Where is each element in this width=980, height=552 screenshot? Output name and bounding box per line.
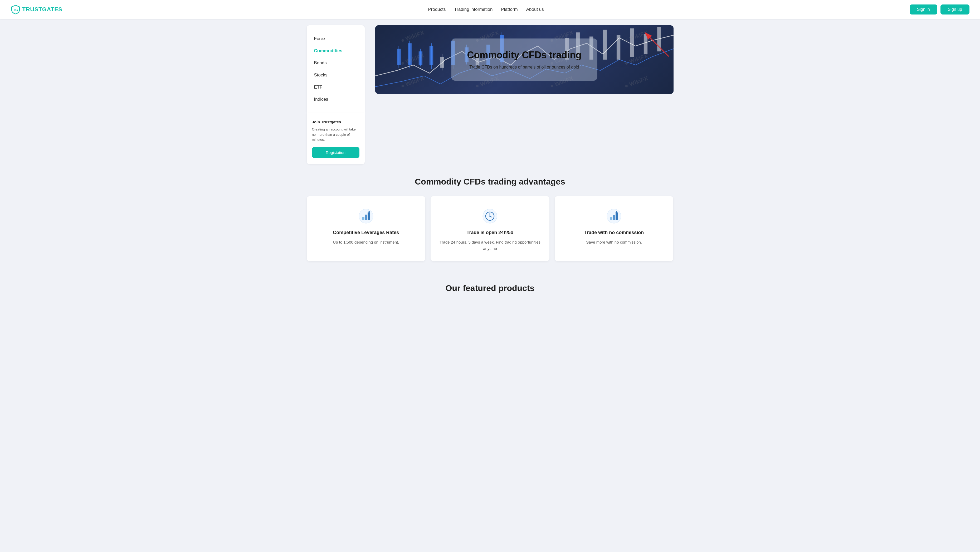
hero-subtitle: Trade CFDs on hundreds of barrels of oil… bbox=[467, 65, 581, 70]
svg-rect-42 bbox=[610, 217, 612, 220]
header-buttons: Sign in Sign up bbox=[910, 5, 969, 14]
advantage-leverage-title: Competitive Leverages Rates bbox=[315, 230, 417, 235]
sidebar-item-commodities[interactable]: Commodities bbox=[307, 45, 365, 57]
svg-rect-27 bbox=[657, 27, 661, 52]
logo-icon: TG bbox=[11, 5, 21, 14]
svg-rect-44 bbox=[616, 213, 618, 220]
sidebar-item-indices[interactable]: Indices bbox=[307, 93, 365, 105]
advantage-card-commission: Trade with no commission Save more with … bbox=[555, 196, 673, 261]
main-nav: Products Trading information Platform Ab… bbox=[428, 6, 544, 13]
featured-section: Our featured products bbox=[301, 277, 680, 306]
join-desc: Creating an account will take no more th… bbox=[312, 127, 360, 142]
featured-title: Our featured products bbox=[307, 277, 673, 306]
hero-title: Commodity CFDs trading bbox=[467, 49, 581, 61]
advantage-hours-title: Trade is open 24h/5d bbox=[439, 230, 541, 235]
nav-platform[interactable]: Platform bbox=[501, 6, 517, 13]
hero-overlay: Commodity CFDs trading Trade CFDs on hun… bbox=[451, 38, 597, 81]
advantage-leverage-desc: Up to 1:500 depending on instrument. bbox=[315, 239, 417, 246]
sidebar-item-stocks[interactable]: Stocks bbox=[307, 69, 365, 81]
svg-rect-31 bbox=[362, 217, 364, 220]
body-row: Forex Commodities Bonds Stocks ETF Indic… bbox=[301, 25, 680, 164]
svg-point-40 bbox=[489, 215, 490, 217]
svg-rect-24 bbox=[616, 35, 620, 59]
svg-rect-26 bbox=[643, 34, 647, 54]
registration-button[interactable]: Registation bbox=[312, 147, 360, 158]
nav-about-us[interactable]: About us bbox=[526, 6, 544, 13]
nav-products[interactable]: Products bbox=[428, 6, 445, 13]
advantage-commission-title: Trade with no commission bbox=[563, 230, 665, 235]
join-trustgates-card: Join Trustgates Creating an account will… bbox=[307, 113, 365, 164]
left-panel: Forex Commodities Bonds Stocks ETF Indic… bbox=[307, 25, 365, 164]
svg-rect-32 bbox=[365, 215, 367, 220]
no-commission-icon bbox=[607, 209, 621, 223]
leverage-icon bbox=[359, 209, 373, 223]
nav-trading-information[interactable]: Trading information bbox=[454, 6, 493, 13]
svg-rect-25 bbox=[630, 29, 634, 57]
svg-text:TG: TG bbox=[13, 8, 18, 12]
hero-banner: ● WikiFX ● WikiFX ● WikiFX ● WikiFX ● Wi… bbox=[375, 25, 673, 94]
svg-rect-23 bbox=[603, 30, 607, 59]
join-title: Join Trustgates bbox=[312, 120, 360, 124]
svg-rect-33 bbox=[368, 212, 370, 220]
svg-rect-43 bbox=[613, 215, 615, 220]
advantage-card-leverage: Competitive Leverages Rates Up to 1:500 … bbox=[307, 196, 426, 261]
advantage-commission-desc: Save more with no commission. bbox=[563, 239, 665, 246]
right-content: ● WikiFX ● WikiFX ● WikiFX ● WikiFX ● Wi… bbox=[370, 25, 673, 164]
advantage-card-hours: Trade is open 24h/5d Trade 24 hours, 5 d… bbox=[431, 196, 549, 261]
advantage-hours-desc: Trade 24 hours, 5 days a week. Find trad… bbox=[439, 239, 541, 252]
signup-button[interactable]: Sign up bbox=[940, 5, 969, 14]
advantages-section: Commodity CFDs trading advantages Compet… bbox=[301, 164, 680, 261]
sidebar-item-forex[interactable]: Forex bbox=[307, 33, 365, 45]
logo[interactable]: TG TRUSTGATES bbox=[11, 5, 62, 14]
advantages-grid: Competitive Leverages Rates Up to 1:500 … bbox=[307, 196, 673, 261]
clock-icon bbox=[482, 209, 497, 223]
header: TG TRUSTGATES Products Trading informati… bbox=[0, 0, 980, 19]
sidebar: Forex Commodities Bonds Stocks ETF Indic… bbox=[307, 25, 365, 113]
sidebar-item-bonds[interactable]: Bonds bbox=[307, 57, 365, 69]
advantages-title: Commodity CFDs trading advantages bbox=[307, 164, 673, 196]
signin-button[interactable]: Sign in bbox=[910, 5, 937, 14]
logo-text: TRUSTGATES bbox=[22, 6, 62, 13]
sidebar-item-etf[interactable]: ETF bbox=[307, 81, 365, 93]
